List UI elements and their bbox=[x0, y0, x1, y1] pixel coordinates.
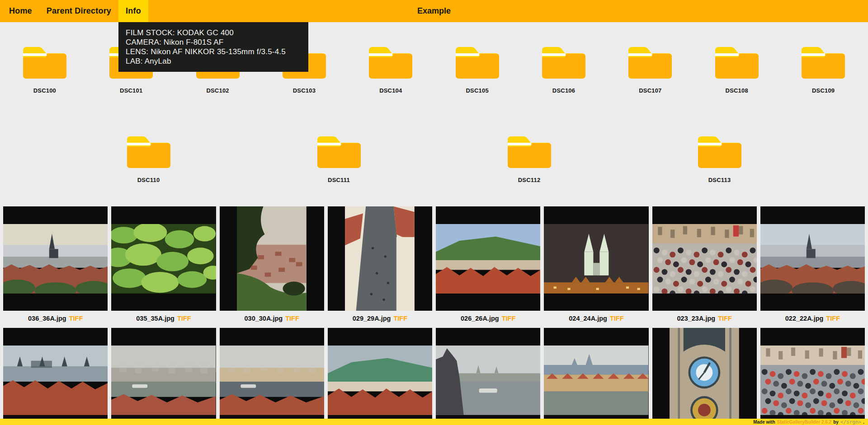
photo-thumbnail[interactable] bbox=[436, 328, 540, 425]
photo-caption: 022_22A.jpgTIFF bbox=[785, 315, 840, 322]
thumbnail-image bbox=[237, 206, 307, 311]
photo-tiff-link[interactable]: TIFF bbox=[826, 315, 840, 322]
folder-label: DSC108 bbox=[726, 87, 748, 94]
nav-item-home[interactable]: Home bbox=[2, 0, 39, 22]
folder-item-dsc106[interactable]: DSC106 bbox=[522, 45, 606, 94]
photo-cell bbox=[544, 328, 648, 425]
folder-icon bbox=[22, 45, 67, 79]
folder-item-dsc112[interactable]: DSC112 bbox=[487, 135, 571, 183]
thumbnail-image bbox=[436, 224, 540, 294]
folder-icon bbox=[368, 45, 413, 79]
folder-label: DSC105 bbox=[466, 87, 488, 94]
photo-thumbnail-035_35a.jpg[interactable] bbox=[111, 206, 216, 311]
footer: Made with StaticGalleryBuilder 2.6.2 by … bbox=[0, 419, 868, 425]
photo-cell bbox=[3, 328, 108, 425]
photo-thumbnail-030_30a.jpg[interactable] bbox=[220, 206, 324, 311]
footer-brand-link[interactable]: </srgn> bbox=[840, 419, 861, 425]
info-popup-line: CAMERA: Nikon F-801S AF bbox=[126, 37, 301, 47]
top-navbar: HomeParent DirectoryInfoFILM STOCK: KODA… bbox=[0, 0, 868, 22]
photo-cell: 030_30A.jpgTIFF bbox=[220, 206, 324, 328]
photo-filename: 029_29A.jpg bbox=[353, 315, 391, 322]
thumbnail-image bbox=[544, 224, 648, 294]
folder-icon bbox=[455, 45, 500, 79]
folder-label: DSC103 bbox=[293, 87, 316, 94]
photo-cell: 029_29A.jpgTIFF bbox=[328, 206, 432, 328]
thumbnail-image bbox=[760, 224, 865, 294]
photo-filename: 035_35A.jpg bbox=[136, 315, 175, 322]
photo-thumbnail-022_22a.jpg[interactable] bbox=[760, 206, 865, 311]
info-popup-line: LAB: AnyLab bbox=[126, 56, 301, 66]
folder-item-dsc109[interactable]: DSC109 bbox=[782, 45, 865, 94]
photo-thumbnail-026_26a.jpg[interactable] bbox=[436, 206, 540, 311]
folder-label: DSC111 bbox=[328, 177, 350, 183]
thumbnail-image bbox=[220, 346, 324, 415]
folder-item-dsc110[interactable]: DSC110 bbox=[107, 135, 190, 183]
info-popup: FILM STOCK: KODAK GC 400CAMERA: Nikon F-… bbox=[118, 22, 308, 72]
folder-item-dsc100[interactable]: DSC100 bbox=[3, 45, 86, 94]
folder-item-dsc113[interactable]: DSC113 bbox=[678, 135, 761, 183]
folder-icon bbox=[697, 135, 742, 169]
photo-caption: 029_29A.jpgTIFF bbox=[353, 315, 407, 322]
photo-tiff-link[interactable]: TIFF bbox=[502, 315, 516, 322]
photo-thumbnail[interactable] bbox=[3, 328, 108, 425]
folder-icon bbox=[507, 135, 552, 169]
folder-item-dsc111[interactable]: DSC111 bbox=[297, 135, 381, 183]
folder-item-dsc107[interactable]: DSC107 bbox=[609, 45, 692, 94]
photo-cell bbox=[111, 328, 216, 425]
nav-item-info[interactable]: InfoFILM STOCK: KODAK GC 400CAMERA: Niko… bbox=[118, 0, 148, 22]
photo-cell bbox=[436, 328, 540, 425]
thumbnail-image bbox=[544, 346, 648, 415]
photo-cell: 024_24A.jpgTIFF bbox=[544, 206, 648, 328]
photo-grid: 036_36A.jpgTIFF035_35A.jpgTIFF030_30A.jp… bbox=[0, 206, 868, 425]
photo-tiff-link[interactable]: TIFF bbox=[718, 315, 732, 322]
footer-by-text: by bbox=[833, 420, 839, 425]
thumbnail-image bbox=[111, 346, 216, 415]
photo-thumbnail-024_24a.jpg[interactable] bbox=[544, 206, 648, 311]
thumbnail-image bbox=[3, 346, 108, 415]
photo-caption: 024_24A.jpgTIFF bbox=[569, 315, 623, 322]
photo-caption: 023_23A.jpgTIFF bbox=[677, 315, 732, 322]
nav-item-label: Parent Directory bbox=[47, 6, 111, 16]
photo-thumbnail[interactable] bbox=[760, 328, 865, 425]
info-popup-line: LENS: Nikon AF NIKKOR 35-135mm f/3.5-4.5 bbox=[126, 47, 301, 56]
photo-cell: 036_36A.jpgTIFF bbox=[3, 206, 108, 328]
photo-thumbnail-023_23a.jpg[interactable] bbox=[652, 206, 757, 311]
folder-item-dsc104[interactable]: DSC104 bbox=[349, 45, 433, 94]
folder-label: DSC106 bbox=[552, 87, 575, 94]
photo-tiff-link[interactable]: TIFF bbox=[610, 315, 624, 322]
folder-icon bbox=[541, 45, 586, 79]
photo-cell: 035_35A.jpgTIFF bbox=[111, 206, 216, 328]
photo-thumbnail[interactable] bbox=[544, 328, 648, 425]
thumbnail-image bbox=[670, 328, 739, 425]
photo-filename: 030_30A.jpg bbox=[245, 315, 283, 322]
photo-tiff-link[interactable]: TIFF bbox=[177, 315, 191, 322]
photo-cell: 023_23A.jpgTIFF bbox=[652, 206, 757, 328]
photo-tiff-link[interactable]: TIFF bbox=[69, 315, 83, 322]
folder-icon bbox=[126, 135, 171, 169]
folder-item-dsc108[interactable]: DSC108 bbox=[695, 45, 778, 94]
footer-dot: . bbox=[863, 420, 864, 425]
photo-thumbnail[interactable] bbox=[328, 328, 432, 425]
photo-thumbnail-036_36a.jpg[interactable] bbox=[3, 206, 108, 311]
folder-label: DSC107 bbox=[639, 87, 661, 94]
nav-item-label: Home bbox=[9, 6, 32, 16]
nav-item-label: Info bbox=[126, 6, 141, 16]
photo-filename: 026_26A.jpg bbox=[461, 315, 499, 322]
photo-thumbnail-029_29a.jpg[interactable] bbox=[328, 206, 432, 311]
photo-thumbnail[interactable] bbox=[652, 328, 757, 425]
thumbnail-image bbox=[111, 224, 216, 294]
thumbnail-image bbox=[436, 346, 540, 415]
photo-tiff-link[interactable]: TIFF bbox=[393, 315, 407, 322]
footer-builder-link[interactable]: StaticGalleryBuilder 2.6.2 bbox=[777, 420, 832, 425]
photo-tiff-link[interactable]: TIFF bbox=[285, 315, 299, 322]
photo-thumbnail[interactable] bbox=[111, 328, 216, 425]
photo-caption: 036_36A.jpgTIFF bbox=[28, 315, 83, 322]
folder-label: DSC104 bbox=[379, 87, 402, 94]
folder-label: DSC113 bbox=[708, 177, 731, 183]
nav-item-parent-directory[interactable]: Parent Directory bbox=[39, 0, 118, 22]
photo-thumbnail[interactable] bbox=[220, 328, 324, 425]
photo-caption: 026_26A.jpgTIFF bbox=[461, 315, 515, 322]
photo-filename: 036_36A.jpg bbox=[28, 315, 66, 322]
folder-item-dsc105[interactable]: DSC105 bbox=[435, 45, 519, 94]
thumbnail-image bbox=[760, 346, 865, 415]
